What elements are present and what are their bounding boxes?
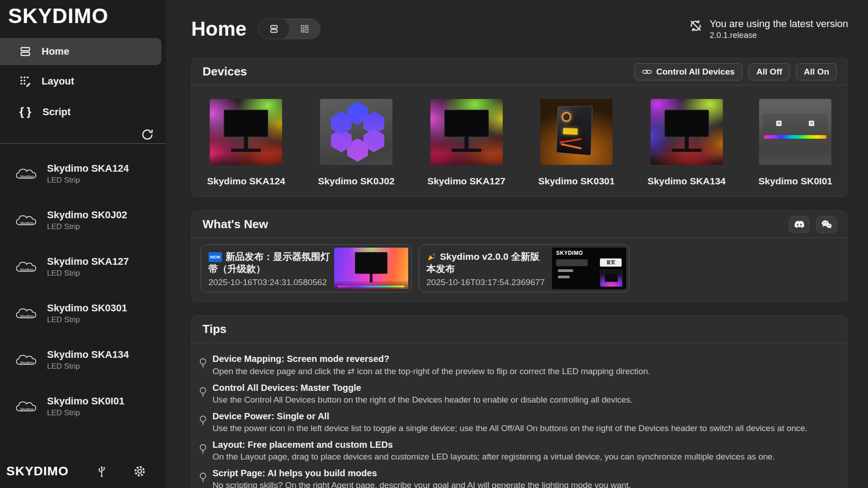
version-number: 2.0.1.release bbox=[710, 31, 848, 40]
tip-title: Layout: Free placement and custom LEDs bbox=[212, 440, 775, 450]
news-title: NEW新品发布：显示器氛围灯带（升级款） bbox=[208, 250, 330, 275]
tips-list: Device Mapping: Screen mode reversed? Op… bbox=[192, 343, 848, 488]
lightbulb-icon bbox=[199, 472, 207, 488]
view-toggle bbox=[258, 19, 321, 39]
sidebar-device-sk0i01[interactable]: Skydimo Skydimo SK0I01 LED Strip bbox=[0, 389, 166, 424]
home-icon bbox=[19, 45, 32, 58]
skydimo-cloud-icon: Skydimo bbox=[14, 259, 39, 275]
news-card-product-launch[interactable]: NEW新品发布：显示器氛围灯带（升级款） 2025-10-16T03:24:31… bbox=[201, 244, 411, 292]
lightbulb-icon bbox=[199, 443, 207, 462]
sidebar-device-sk0j02[interactable]: Skydimo Skydimo SK0J02 LED Strip bbox=[0, 203, 166, 238]
tip-item: Device Power: Single or All Use the powe… bbox=[199, 411, 836, 433]
device-card-ska124[interactable]: Skydimo SKA124 bbox=[207, 99, 285, 187]
device-type: LED Strip bbox=[47, 176, 129, 185]
svg-text:Skydimo: Skydimo bbox=[20, 407, 34, 411]
layout-icon bbox=[19, 75, 32, 88]
tip-body: Open the device page and click the ⇄ ico… bbox=[212, 366, 650, 376]
tip-item: Device Mapping: Screen mode reversed? Op… bbox=[199, 354, 836, 376]
skydimo-cloud-icon: Skydimo bbox=[14, 212, 39, 229]
discord-icon bbox=[794, 220, 805, 229]
device-image-monitor-rgb bbox=[210, 99, 282, 165]
device-type: LED Strip bbox=[47, 269, 129, 278]
svg-text:Skydimo: Skydimo bbox=[20, 360, 34, 364]
device-image-monitor-rgb bbox=[651, 99, 723, 165]
tip-body: Use the Control All Devices button on th… bbox=[212, 395, 633, 405]
sidebar: SKYDIMO Home Layout { } Script bbox=[0, 0, 166, 488]
whats-new-header: What's New bbox=[192, 211, 848, 238]
svg-text:Skydimo: Skydimo bbox=[20, 314, 34, 318]
refresh-devices-icon[interactable] bbox=[141, 128, 154, 141]
sidebar-item-script[interactable]: { } Script bbox=[0, 98, 161, 126]
app-window: SKYDIMO Home Layout { } Script bbox=[0, 0, 868, 488]
devices-section: Devices Control All Devices All Off All … bbox=[191, 58, 848, 197]
device-card-sk0i01[interactable]: ✕ ✕ Skydimo SK0I01 bbox=[759, 99, 832, 187]
view-grid-button[interactable] bbox=[289, 19, 320, 39]
skydimo-cloud-icon: Skydimo bbox=[14, 352, 39, 368]
device-card-sk0j02[interactable]: Skydimo SK0J02 bbox=[318, 99, 394, 187]
lightbulb-icon bbox=[199, 415, 207, 433]
main-content: Home You are using the latest version 2.… bbox=[166, 0, 868, 488]
tip-item: Layout: Free placement and custom LEDs O… bbox=[199, 440, 836, 462]
device-type: LED Strip bbox=[47, 362, 129, 371]
device-type: LED Strip bbox=[47, 315, 127, 324]
settings-gear-icon[interactable] bbox=[133, 465, 146, 478]
wechat-button[interactable] bbox=[816, 216, 837, 233]
sidebar-device-ska134[interactable]: Skydimo Skydimo SKA134 LED Strip bbox=[0, 343, 166, 377]
list-view-icon bbox=[269, 23, 279, 34]
version-status: You are using the latest version 2.0.1.r… bbox=[688, 18, 848, 40]
screw-icon: ✕ bbox=[809, 121, 814, 126]
device-card-ska127[interactable]: Skydimo SKA127 bbox=[427, 99, 505, 187]
device-name: Skydimo SKA127 bbox=[47, 256, 129, 267]
device-type: LED Strip bbox=[47, 408, 124, 418]
device-image-hex-panels bbox=[320, 99, 392, 165]
device-image-monitor-rgb bbox=[430, 99, 503, 165]
sidebar-device-ska124[interactable]: Skydimo Skydimo SKA124 LED Strip bbox=[0, 156, 166, 191]
script-icon: { } bbox=[19, 105, 33, 119]
sidebar-item-layout[interactable]: Layout bbox=[0, 68, 161, 95]
sidebar-device-sk0301[interactable]: Skydimo Skydimo SK0301 LED Strip bbox=[0, 296, 166, 331]
device-card-label: Skydimo SKA124 bbox=[207, 176, 285, 187]
device-card-label: Skydimo SK0I01 bbox=[759, 176, 832, 187]
sidebar-device-ska127[interactable]: Skydimo Skydimo SKA127 LED Strip bbox=[0, 249, 166, 284]
device-name: Skydimo SK0I01 bbox=[47, 395, 124, 407]
device-card-label: Skydimo SKA127 bbox=[427, 176, 505, 187]
device-name: Skydimo SKA134 bbox=[47, 349, 129, 361]
usb-icon[interactable] bbox=[96, 465, 107, 478]
tip-body: Use the power icon in the left device li… bbox=[212, 423, 807, 433]
news-timestamp: 2025-10-16T03:24:31.0580562 bbox=[208, 277, 330, 287]
sidebar-item-home[interactable]: Home bbox=[0, 38, 161, 65]
news-card-v2-release[interactable]: Skydimo v2.0.0 全新版本发布 2025-10-16T03:17:5… bbox=[419, 244, 629, 292]
sidebar-divider bbox=[0, 143, 166, 144]
sidebar-nav: Home Layout { } Script bbox=[0, 33, 166, 131]
device-cards: Skydimo SKA124 Skydimo SK0J02 Skydimo SK… bbox=[192, 85, 848, 197]
device-type: LED Strip bbox=[47, 222, 127, 231]
footer-brand: SKYDIMO bbox=[6, 464, 69, 479]
device-image-pc-case bbox=[540, 99, 613, 165]
page-title: Home bbox=[191, 18, 246, 40]
device-card-ska134[interactable]: Skydimo SKA134 bbox=[647, 99, 726, 187]
sync-disabled-icon bbox=[688, 18, 703, 33]
device-card-label: Skydimo SK0301 bbox=[538, 176, 614, 187]
whats-new-section: What's New NEW新品发布：显示器氛围灯带（升级款） 2025-10-… bbox=[191, 211, 848, 302]
devices-section-header: Devices Control All Devices All Off All … bbox=[192, 58, 848, 85]
tips-header: Tips bbox=[192, 316, 848, 343]
tip-title: Control All Devices: Master Toggle bbox=[212, 383, 633, 393]
device-name: Skydimo SK0J02 bbox=[47, 209, 127, 221]
all-on-button[interactable]: All On bbox=[796, 63, 837, 80]
grid-view-icon bbox=[299, 23, 310, 34]
all-off-button[interactable]: All Off bbox=[749, 63, 790, 80]
device-card-sk0301[interactable]: Skydimo SK0301 bbox=[538, 99, 614, 187]
control-all-devices-button[interactable]: Control All Devices bbox=[634, 63, 743, 80]
discord-button[interactable] bbox=[789, 216, 810, 233]
skydimo-cloud-icon: Skydimo bbox=[14, 399, 39, 415]
control-all-devices-label: Control All Devices bbox=[656, 67, 735, 77]
svg-text:Skydimo: Skydimo bbox=[20, 174, 34, 178]
news-timestamp: 2025-10-16T03:17:54.2369677 bbox=[426, 277, 548, 287]
news-thumbnail-monitor bbox=[334, 248, 408, 289]
view-list-button[interactable] bbox=[259, 19, 289, 39]
tips-section: Tips Device Mapping: Screen mode reverse… bbox=[191, 315, 848, 488]
device-card-label: Skydimo SK0J02 bbox=[318, 176, 394, 187]
sidebar-item-label: Home bbox=[42, 46, 69, 57]
svg-text:Skydimo: Skydimo bbox=[20, 221, 34, 225]
news-thumbnail-app-screenshot: SKYDIMO 首页 设备 bbox=[552, 248, 626, 289]
